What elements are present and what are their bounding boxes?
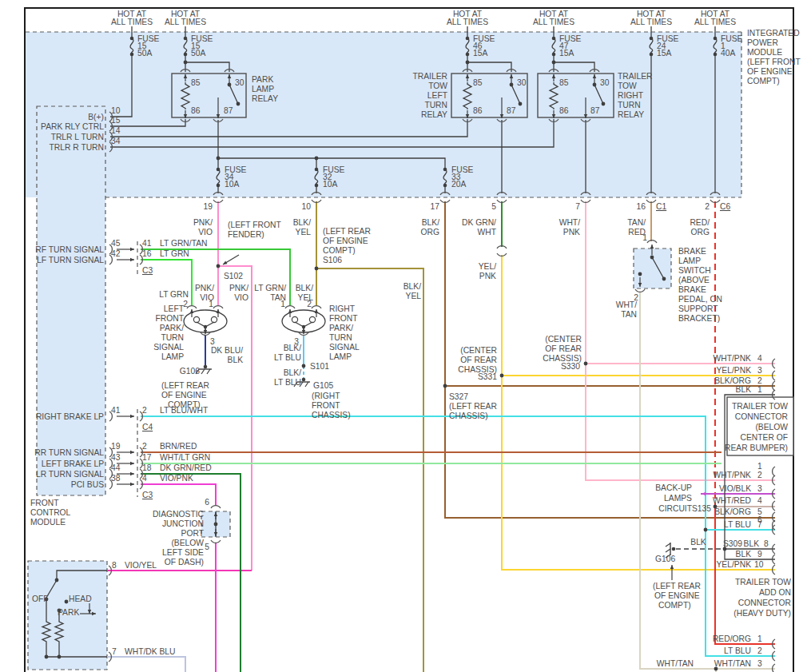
label-red-org: RED/ORG — [713, 634, 751, 643]
label-park: PARK — [58, 608, 79, 617]
label-4: 4 — [757, 354, 762, 363]
label-42: 42 — [111, 249, 121, 258]
label--right: (RIGHT — [312, 392, 340, 400]
label-turn: TURN — [329, 333, 352, 342]
label-chassis-: CHASSIS) — [312, 411, 351, 420]
label-15a: 15A — [473, 49, 487, 58]
label-b-: B(+) — [88, 113, 104, 121]
label-5: 5 — [205, 543, 209, 551]
wiring-diagram: HOT ATALL TIMESHOT ATALL TIMESHOT ATALL … — [0, 0, 803, 672]
label-lt-grn-tan: LT GRN/TAN — [160, 239, 208, 248]
label--center: (CENTER — [545, 335, 582, 344]
label-s331: S331 — [478, 372, 497, 381]
label-2: 2 — [142, 442, 147, 451]
fuse-dot-2-1 — [466, 53, 470, 57]
fuse-dot-6-0 — [217, 168, 221, 172]
label-s135: S135 — [692, 504, 711, 513]
label-blk: BLK — [736, 385, 752, 394]
label-19: 19 — [111, 442, 121, 451]
fuse-dot-1-1 — [184, 53, 188, 57]
ground-symbol-2-dot — [672, 547, 676, 551]
junction-dot-25 — [55, 579, 59, 583]
label-of-engine: OF ENGINE — [747, 67, 793, 76]
label-wht-pnk: WHT/PNK — [714, 471, 752, 479]
label-4: 4 — [757, 496, 762, 505]
label-wht-red: WHT/RED — [713, 496, 751, 505]
junction-dot-12 — [704, 528, 708, 532]
label-dk-grn-red: DK GRN/RED — [160, 463, 212, 472]
label-c3: C3 — [142, 266, 153, 275]
label-3: 3 — [757, 659, 762, 668]
label-front: FRONT — [30, 499, 59, 507]
label--left-rear: (LEFT REAR — [653, 582, 701, 590]
label-all-times: ALL TIMES — [533, 18, 574, 26]
ground-symbol-1-dot — [302, 378, 306, 382]
label-wht-dk-blu: WHT/DK BLU — [125, 647, 176, 656]
label-head: HEAD — [69, 594, 92, 603]
label-lamp: LAMP — [678, 256, 701, 265]
label-of-dash-: OF DASH) — [165, 558, 204, 567]
label-relay: RELAY — [421, 110, 447, 119]
label-wht-: WHT/ — [616, 300, 637, 309]
label-s106: S106 — [323, 256, 342, 264]
label-87: 87 — [590, 106, 600, 115]
label-left-brake-lp: LEFT BRAKE LP — [42, 459, 104, 468]
label-of-engine: OF ENGINE — [323, 237, 368, 245]
junction-dot-30 — [58, 655, 62, 659]
label-rr-turn-signal: RR TURN SIGNAL — [34, 448, 104, 457]
label-1: 1 — [280, 300, 285, 308]
label-5: 5 — [491, 202, 496, 211]
label-lt-grn: LT GRN — [159, 290, 189, 299]
label-front: FRONT — [312, 401, 340, 410]
label-blk: BLK — [228, 356, 244, 364]
label-trailer: TRAILER — [413, 72, 448, 81]
label--below: (BELOW — [755, 423, 788, 431]
fuse-dot-6-1 — [217, 184, 221, 188]
label-lt-blu: LT BLU — [274, 378, 301, 387]
label-45: 45 — [111, 239, 121, 248]
label-38: 38 — [111, 474, 121, 483]
label--left-rear: (LEFT REAR — [449, 402, 497, 411]
label-lamps: LAMPS — [664, 494, 692, 503]
label-g105: G105 — [313, 381, 333, 390]
fuse-dot-2-0 — [466, 37, 470, 41]
label-fender-: FENDER) — [228, 230, 264, 239]
label-15: 15 — [111, 116, 121, 125]
label-10: 10 — [111, 106, 121, 115]
label-right: RIGHT — [618, 91, 644, 100]
label-blk: BLK — [744, 539, 760, 548]
label-s309: S309 — [723, 539, 742, 548]
label-1: 1 — [209, 300, 213, 308]
label-lt-blu: LT BLU — [724, 520, 751, 529]
label-vio: VIO — [198, 228, 213, 237]
label-41: 41 — [111, 406, 121, 415]
label-6: 6 — [205, 498, 209, 507]
fuse-dot-4-0 — [650, 37, 654, 41]
label-50a: 50A — [191, 49, 205, 58]
label-org: ORG — [691, 228, 710, 237]
label-8: 8 — [764, 539, 769, 548]
label-44: 44 — [111, 463, 121, 472]
label-red-: RED/ — [690, 218, 710, 227]
junction-dot-21 — [650, 256, 654, 260]
label-module: MODULE — [30, 518, 66, 527]
label-rf-turn-signal: RF TURN SIGNAL — [35, 245, 104, 254]
label-c6: C6 — [720, 202, 730, 211]
label-add-on: ADD ON — [759, 588, 791, 597]
fuse-dot-8-0 — [443, 168, 447, 172]
label--below: (BELOW — [171, 539, 204, 547]
label-tow: TOW — [618, 82, 637, 90]
label-pnk: PNK — [563, 228, 580, 237]
label-compt-: COMPT) — [747, 77, 780, 85]
label-of-rear: OF REAR — [545, 344, 582, 353]
label-pnk-: PNK/ — [229, 284, 248, 292]
label-40a: 40A — [721, 49, 735, 58]
label-8: 8 — [112, 561, 117, 570]
label-s102: S102 — [224, 272, 243, 280]
label-41: 41 — [142, 239, 152, 248]
label-junction: JUNCTION — [162, 519, 204, 528]
label-1: 1 — [757, 462, 762, 471]
label-chassis-: CHASSIS) — [449, 412, 488, 420]
label-2: 2 — [757, 471, 762, 479]
label-10: 10 — [302, 202, 312, 211]
